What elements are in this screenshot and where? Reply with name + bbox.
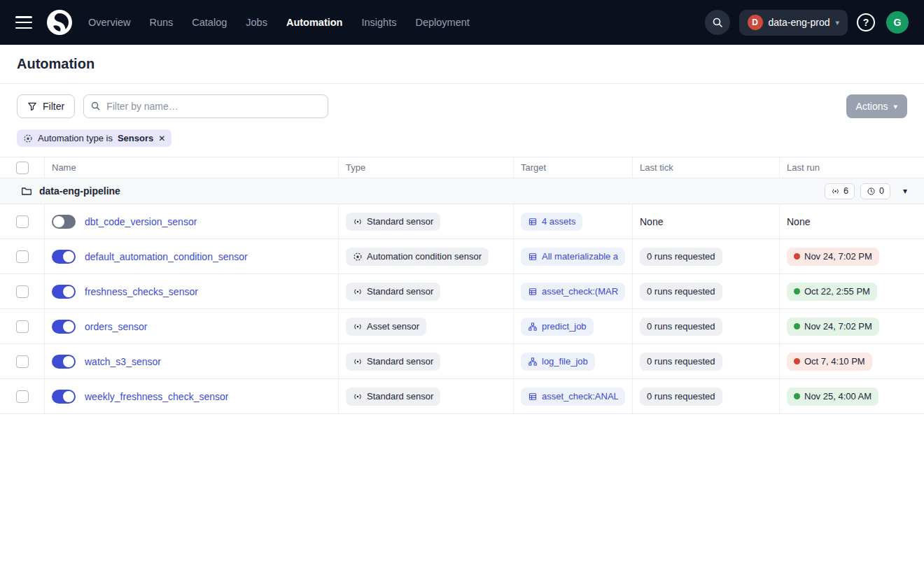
row-checkbox[interactable] [16,355,29,368]
sensor-toggle[interactable] [52,215,76,229]
actions-button[interactable]: Actions ▾ [846,94,907,118]
type-chip: Standard sensor [346,213,440,231]
sensor-name-link[interactable]: orders_sensor [85,321,148,332]
run-status-dot [794,323,800,329]
filter-button[interactable]: Filter [17,94,75,118]
help-icon[interactable]: ? [857,13,875,31]
type-chip-label: Standard sensor [367,286,433,297]
schedule-count: 0 [879,186,884,196]
target-chip[interactable]: 4 assets [521,213,582,231]
sensor-toggle[interactable] [52,355,76,369]
target-chip[interactable]: All materializable a… [521,248,625,266]
last-run-chip[interactable]: Nov 24, 7:02 PM [787,318,879,336]
last-tick-value: None [640,216,663,227]
deployment-badge: D [748,15,763,30]
sensor-toggle[interactable] [52,250,76,264]
nav-item-jobs[interactable]: Jobs [246,17,267,28]
filter-tag-prefix: Automation type is [38,133,113,143]
table-row: orders_sensor Asset sensor [0,309,924,344]
type-chip: Asset sensor [346,318,426,336]
row-last-tick-cell: 0 runs requested [633,344,780,378]
asset-icon [528,217,538,227]
user-avatar[interactable]: G [886,11,909,34]
type-chip: Standard sensor [346,283,440,301]
job-icon [528,322,538,332]
sensor-toggle[interactable] [52,390,76,404]
row-checkbox[interactable] [16,390,29,403]
filter-button-label: Filter [43,101,64,112]
table-header: Name Type Target Last tick Last run [0,157,924,178]
sensor-name-link[interactable]: default_automation_condition_sensor [85,251,248,262]
table-row: freshness_checks_sensor Standard sensor [0,274,924,309]
deployment-name: data-eng-prod [769,17,830,28]
row-last-run-cell: Nov 24, 7:02 PM [780,239,924,274]
header-checkbox-cell [0,157,45,178]
filter-funnel-icon [27,101,37,111]
sensor-icon [831,187,840,196]
last-run-chip[interactable]: Nov 25, 4:00 AM [787,388,878,406]
row-name-cell: dbt_code_version_sensor [45,204,339,239]
row-target-cell: asset_check:ANALY… [514,379,633,413]
sensor-name-link[interactable]: dbt_code_version_sensor [85,216,197,227]
navbar-right: D data-eng-prod ▾ ? G [705,10,909,36]
row-last-run-cell: None [780,204,924,239]
automation-condition-icon [353,252,363,262]
page-header: Automation [0,45,924,84]
nav-item-automation[interactable]: Automation [286,17,343,28]
row-name-cell: weekly_freshness_check_sensor [45,379,339,413]
repo-group-row[interactable]: data-eng-pipeline 6 0 ▾ [0,178,924,204]
close-icon[interactable]: ✕ [158,134,165,143]
hamburger-menu-icon[interactable] [15,16,32,29]
last-run-time: Nov 25, 4:00 AM [804,391,872,402]
global-search-button[interactable] [705,10,730,35]
last-run-chip[interactable]: Nov 24, 7:02 PM [787,248,879,266]
sensor-toggle[interactable] [52,285,76,299]
row-checkbox[interactable] [16,320,29,333]
type-chip: Standard sensor [346,353,440,371]
run-status-dot [794,393,800,399]
column-header-type: Type [339,157,514,178]
sensor-toggle[interactable] [52,320,76,334]
last-run-time: Oct 22, 2:55 PM [804,286,870,297]
last-run-chip[interactable]: Oct 22, 2:55 PM [787,283,877,301]
row-checkbox-cell [0,309,45,343]
target-chip[interactable]: predict_job [521,318,594,336]
nav-item-catalog[interactable]: Catalog [192,17,227,28]
table-row: dbt_code_version_sensor Standard sensor [0,204,924,239]
row-last-run-cell: Nov 24, 7:02 PM [780,309,924,343]
nav-item-deployment[interactable]: Deployment [415,17,469,28]
last-run-none: None [787,216,810,227]
filter-tag-sensors: Automation type is Sensors ✕ [17,129,172,147]
sensor-count-badge: 6 [825,183,855,199]
toolbar: Filter Actions ▾ [0,84,924,125]
sensor-name-link[interactable]: watch_s3_sensor [85,356,161,367]
target-chip-label: log_file_job [542,356,588,367]
row-checkbox[interactable] [16,250,29,263]
deployment-switcher[interactable]: D data-eng-prod ▾ [739,10,848,36]
sensor-icon [353,287,363,297]
target-chip[interactable]: asset_check:ANALY… [521,388,625,406]
select-all-checkbox[interactable] [16,162,29,174]
sensor-name-link[interactable]: weekly_freshness_check_sensor [85,391,228,402]
last-run-chip[interactable]: Oct 7, 4:10 PM [787,353,872,371]
group-collapse-chevron-icon[interactable]: ▾ [903,186,907,196]
dagster-logo[interactable] [46,9,73,36]
target-chip[interactable]: asset_check:(MARK… [521,283,625,301]
column-header-last-run: Last run [780,157,924,178]
target-chip[interactable]: log_file_job [521,353,595,371]
row-checkbox[interactable] [16,215,29,228]
nav-links: OverviewRunsCatalogJobsAutomationInsight… [88,17,470,28]
target-chip-label: All materializable a… [542,251,618,262]
search-input[interactable] [83,94,328,118]
column-header-last-tick: Last tick [633,157,780,178]
nav-item-runs[interactable]: Runs [149,17,173,28]
run-status-dot [794,253,800,260]
search-icon [712,17,723,28]
row-checkbox[interactable] [16,285,29,298]
target-chip-label: predict_job [542,321,587,332]
table-row: default_automation_condition_sensor Auto… [0,239,924,274]
nav-item-overview[interactable]: Overview [88,17,130,28]
nav-item-insights[interactable]: Insights [361,17,396,28]
sensor-name-link[interactable]: freshness_checks_sensor [85,286,198,297]
last-run-time: Oct 7, 4:10 PM [804,356,865,367]
